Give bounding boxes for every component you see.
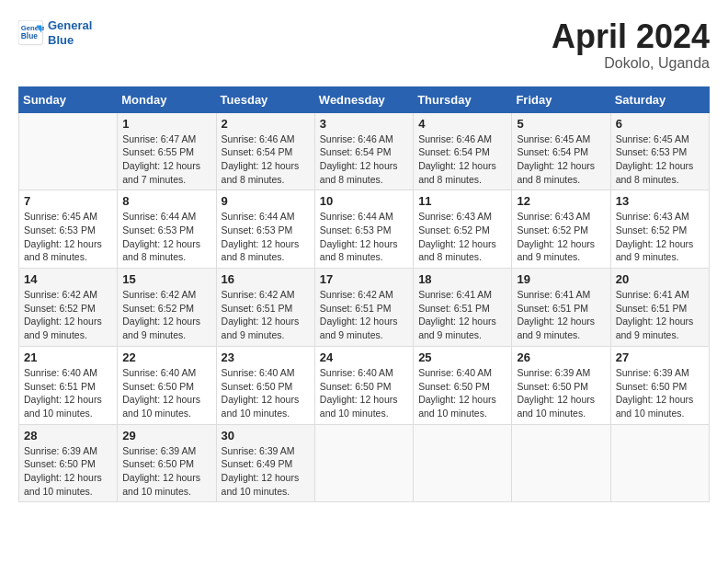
calendar-cell: 25Sunrise: 6:40 AM Sunset: 6:50 PM Dayli… xyxy=(414,346,512,424)
day-info: Sunrise: 6:39 AM Sunset: 6:50 PM Dayligh… xyxy=(616,366,704,420)
calendar-cell: 7Sunrise: 6:45 AM Sunset: 6:53 PM Daylig… xyxy=(19,190,118,269)
day-info: Sunrise: 6:42 AM Sunset: 6:51 PM Dayligh… xyxy=(222,288,310,342)
day-info: Sunrise: 6:39 AM Sunset: 6:50 PM Dayligh… xyxy=(517,366,605,420)
calendar-cell: 30Sunrise: 6:39 AM Sunset: 6:49 PM Dayli… xyxy=(216,424,314,502)
calendar-cell: 5Sunrise: 6:45 AM Sunset: 6:54 PM Daylig… xyxy=(512,112,610,190)
calendar-cell: 19Sunrise: 6:41 AM Sunset: 6:51 PM Dayli… xyxy=(512,269,610,347)
column-header-sunday: Sunday xyxy=(19,86,118,112)
logo-icon: General Blue xyxy=(18,20,44,46)
title-block: April 2024 Dokolo, Uganda xyxy=(552,18,710,72)
day-number: 9 xyxy=(222,194,310,208)
day-info: Sunrise: 6:45 AM Sunset: 6:53 PM Dayligh… xyxy=(24,210,112,264)
calendar-week-row: 14Sunrise: 6:42 AM Sunset: 6:52 PM Dayli… xyxy=(19,269,710,347)
day-info: Sunrise: 6:44 AM Sunset: 6:53 PM Dayligh… xyxy=(222,210,310,264)
calendar-cell: 23Sunrise: 6:40 AM Sunset: 6:50 PM Dayli… xyxy=(216,346,314,424)
day-info: Sunrise: 6:46 AM Sunset: 6:54 PM Dayligh… xyxy=(418,132,506,187)
day-info: Sunrise: 6:40 AM Sunset: 6:50 PM Dayligh… xyxy=(222,366,310,420)
calendar-week-row: 1Sunrise: 6:47 AM Sunset: 6:55 PM Daylig… xyxy=(19,112,710,190)
calendar-cell: 15Sunrise: 6:42 AM Sunset: 6:52 PM Dayli… xyxy=(118,269,216,347)
day-number: 29 xyxy=(122,429,210,442)
calendar-cell: 27Sunrise: 6:39 AM Sunset: 6:50 PM Dayli… xyxy=(610,346,709,424)
column-header-tuesday: Tuesday xyxy=(216,86,314,112)
logo-general: General xyxy=(48,18,92,33)
day-info: Sunrise: 6:41 AM Sunset: 6:51 PM Dayligh… xyxy=(517,288,605,342)
calendar-cell: 12Sunrise: 6:43 AM Sunset: 6:52 PM Dayli… xyxy=(512,190,610,269)
svg-text:Blue: Blue xyxy=(21,31,38,40)
day-info: Sunrise: 6:40 AM Sunset: 6:50 PM Dayligh… xyxy=(122,366,210,420)
day-info: Sunrise: 6:42 AM Sunset: 6:52 PM Dayligh… xyxy=(24,288,112,342)
calendar-cell: 26Sunrise: 6:39 AM Sunset: 6:50 PM Dayli… xyxy=(512,346,610,424)
day-info: Sunrise: 6:39 AM Sunset: 6:50 PM Dayligh… xyxy=(24,444,112,499)
calendar-cell: 2Sunrise: 6:46 AM Sunset: 6:54 PM Daylig… xyxy=(216,112,314,190)
calendar-cell: 13Sunrise: 6:43 AM Sunset: 6:52 PM Dayli… xyxy=(610,190,709,269)
day-info: Sunrise: 6:46 AM Sunset: 6:54 PM Dayligh… xyxy=(222,132,310,187)
day-number: 20 xyxy=(616,272,704,286)
day-number: 23 xyxy=(222,350,310,364)
day-number: 18 xyxy=(418,272,506,286)
calendar-cell: 4Sunrise: 6:46 AM Sunset: 6:54 PM Daylig… xyxy=(414,112,512,190)
day-number: 14 xyxy=(24,272,112,286)
column-header-wednesday: Wednesday xyxy=(314,86,413,112)
day-number: 1 xyxy=(122,117,210,131)
day-info: Sunrise: 6:44 AM Sunset: 6:53 PM Dayligh… xyxy=(122,210,210,264)
day-info: Sunrise: 6:40 AM Sunset: 6:51 PM Dayligh… xyxy=(24,366,112,420)
day-info: Sunrise: 6:46 AM Sunset: 6:54 PM Dayligh… xyxy=(320,132,408,187)
day-number: 13 xyxy=(616,194,704,208)
day-number: 30 xyxy=(222,429,310,442)
calendar-cell: 17Sunrise: 6:42 AM Sunset: 6:51 PM Dayli… xyxy=(314,269,413,347)
column-header-monday: Monday xyxy=(118,86,216,112)
day-info: Sunrise: 6:40 AM Sunset: 6:50 PM Dayligh… xyxy=(418,366,506,420)
day-number: 3 xyxy=(320,117,408,131)
day-number: 25 xyxy=(418,350,506,364)
day-info: Sunrise: 6:39 AM Sunset: 6:49 PM Dayligh… xyxy=(222,444,310,499)
calendar-cell: 1Sunrise: 6:47 AM Sunset: 6:55 PM Daylig… xyxy=(118,112,216,190)
day-info: Sunrise: 6:45 AM Sunset: 6:53 PM Dayligh… xyxy=(616,132,704,187)
calendar-cell: 21Sunrise: 6:40 AM Sunset: 6:51 PM Dayli… xyxy=(19,346,118,424)
day-number: 21 xyxy=(24,350,112,364)
calendar-week-row: 21Sunrise: 6:40 AM Sunset: 6:51 PM Dayli… xyxy=(19,346,710,424)
calendar-cell: 10Sunrise: 6:44 AM Sunset: 6:53 PM Dayli… xyxy=(314,190,413,269)
calendar-cell: 29Sunrise: 6:39 AM Sunset: 6:50 PM Dayli… xyxy=(118,424,216,502)
day-info: Sunrise: 6:39 AM Sunset: 6:50 PM Dayligh… xyxy=(122,444,210,499)
calendar-cell: 6Sunrise: 6:45 AM Sunset: 6:53 PM Daylig… xyxy=(610,112,709,190)
day-number: 12 xyxy=(517,194,605,208)
column-header-thursday: Thursday xyxy=(414,86,512,112)
day-number: 28 xyxy=(24,429,112,442)
calendar-cell: 8Sunrise: 6:44 AM Sunset: 6:53 PM Daylig… xyxy=(118,190,216,269)
day-number: 5 xyxy=(517,117,605,131)
logo-blue: Blue xyxy=(48,33,92,48)
day-info: Sunrise: 6:40 AM Sunset: 6:50 PM Dayligh… xyxy=(320,366,408,420)
day-info: Sunrise: 6:43 AM Sunset: 6:52 PM Dayligh… xyxy=(517,210,605,264)
day-number: 10 xyxy=(320,194,408,208)
calendar-cell xyxy=(610,424,709,502)
day-info: Sunrise: 6:43 AM Sunset: 6:52 PM Dayligh… xyxy=(418,210,506,264)
day-info: Sunrise: 6:45 AM Sunset: 6:54 PM Dayligh… xyxy=(517,132,605,187)
calendar-cell xyxy=(19,112,118,190)
calendar-header-row: SundayMondayTuesdayWednesdayThursdayFrid… xyxy=(19,86,710,112)
day-number: 22 xyxy=(122,350,210,364)
calendar-cell: 11Sunrise: 6:43 AM Sunset: 6:52 PM Dayli… xyxy=(414,190,512,269)
day-number: 6 xyxy=(616,117,704,131)
day-number: 8 xyxy=(122,194,210,208)
day-number: 17 xyxy=(320,272,408,286)
day-number: 24 xyxy=(320,350,408,364)
day-info: Sunrise: 6:47 AM Sunset: 6:55 PM Dayligh… xyxy=(122,132,210,187)
page-header: General Blue General Blue April 2024 Dok… xyxy=(18,18,710,72)
day-number: 7 xyxy=(24,194,112,208)
calendar-week-row: 7Sunrise: 6:45 AM Sunset: 6:53 PM Daylig… xyxy=(19,190,710,269)
day-number: 27 xyxy=(616,350,704,364)
day-number: 15 xyxy=(122,272,210,286)
calendar-cell: 3Sunrise: 6:46 AM Sunset: 6:54 PM Daylig… xyxy=(314,112,413,190)
day-info: Sunrise: 6:43 AM Sunset: 6:52 PM Dayligh… xyxy=(616,210,704,264)
column-header-saturday: Saturday xyxy=(610,86,709,112)
day-info: Sunrise: 6:42 AM Sunset: 6:51 PM Dayligh… xyxy=(320,288,408,342)
day-number: 4 xyxy=(418,117,506,131)
calendar-cell xyxy=(314,424,413,502)
location-subtitle: Dokolo, Uganda xyxy=(552,55,710,72)
calendar-cell: 9Sunrise: 6:44 AM Sunset: 6:53 PM Daylig… xyxy=(216,190,314,269)
calendar-cell: 18Sunrise: 6:41 AM Sunset: 6:51 PM Dayli… xyxy=(414,269,512,347)
day-number: 16 xyxy=(222,272,310,286)
calendar-cell: 20Sunrise: 6:41 AM Sunset: 6:51 PM Dayli… xyxy=(610,269,709,347)
day-info: Sunrise: 6:41 AM Sunset: 6:51 PM Dayligh… xyxy=(616,288,704,342)
calendar-week-row: 28Sunrise: 6:39 AM Sunset: 6:50 PM Dayli… xyxy=(19,424,710,502)
